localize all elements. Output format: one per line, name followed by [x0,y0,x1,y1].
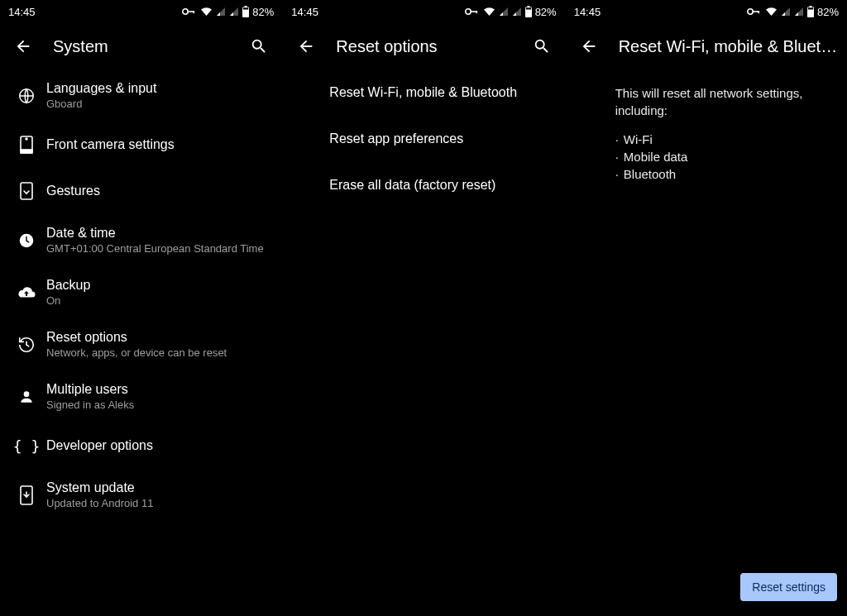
status-icons: 82% [465,6,557,18]
item-developer-options[interactable]: { } Developer options [0,423,282,469]
vpn-key-icon [465,7,480,16]
wifi-icon [200,7,213,17]
svg-rect-25 [808,7,813,9]
signal-2-icon [229,7,239,17]
signal-2-icon [794,7,804,17]
item-subtitle: Network, apps, or device can be reset [46,346,269,359]
search-button[interactable] [525,30,558,63]
svg-rect-2 [194,11,195,13]
battery-icon [242,6,249,17]
clock-icon [7,232,46,250]
reset-bullet-list: Wi-Fi Mobile data Bluetooth [615,131,834,183]
battery-icon [525,6,532,17]
gestures-icon [7,182,46,200]
svg-point-12 [24,391,30,397]
bullet-bluetooth: Bluetooth [615,165,834,183]
item-title: Reset options [46,330,269,345]
cloud-upload-icon [7,285,46,300]
search-icon [533,37,551,55]
status-battery-pct: 82% [817,6,839,18]
search-icon [250,37,268,55]
status-time: 14:45 [8,6,36,18]
app-bar: Reset Wi-Fi, mobile & Blueto… [566,23,847,69]
reset-description: This will reset all network settings, in… [615,84,834,119]
svg-rect-19 [525,7,530,9]
item-reset-network[interactable]: Reset Wi-Fi, mobile & Bluetooth [283,69,564,116]
item-multiple-users[interactable]: Multiple users Signed in as Aleks [0,370,282,423]
item-title: Erase all data (factory reset) [329,178,551,193]
svg-rect-10 [21,183,32,199]
app-bar: System [0,23,282,69]
item-factory-reset[interactable]: Erase all data (factory reset) [283,162,564,208]
item-subtitle: GMT+01:00 Central European Standard Time [46,242,269,255]
arrow-back-icon [580,37,598,55]
status-time: 14:45 [291,6,318,18]
signal-1-icon [216,7,226,17]
signal-2-icon [512,7,522,17]
item-title: Front camera settings [46,137,269,152]
screen-system: 14:45 82% System Languages & input Gboar… [0,0,282,616]
svg-rect-24 [809,6,811,7]
screen-reset-options: 14:45 82% Reset options Reset Wi-Fi, mob… [282,0,564,616]
status-battery-pct: 82% [535,6,557,18]
item-title: Developer options [46,438,269,453]
reset-network-body: This will reset all network settings, in… [566,69,847,196]
item-title: Backup [46,278,269,293]
back-button[interactable] [572,30,605,63]
system-update-icon [7,485,46,505]
page-title: Reset Wi-Fi, mobile & Blueto… [619,37,840,56]
svg-rect-22 [758,11,759,13]
item-front-camera[interactable]: Front camera settings [0,122,282,168]
item-title: Multiple users [46,382,269,397]
globe-icon [7,87,46,105]
arrow-back-icon [14,37,32,55]
svg-rect-5 [243,7,248,9]
svg-point-20 [748,9,753,14]
status-icons: 82% [182,6,274,18]
item-title: System update [46,480,269,495]
signal-1-icon [499,7,509,17]
item-backup[interactable]: Backup On [0,266,282,318]
item-subtitle: Gboard [46,98,269,110]
search-button[interactable] [242,30,275,63]
item-title: Reset app preferences [329,131,551,146]
svg-rect-9 [21,150,32,153]
item-reset-app-prefs[interactable]: Reset app preferences [283,116,564,162]
item-subtitle: Signed in as Aleks [46,399,269,411]
settings-list: Languages & input Gboard Front camera se… [0,69,282,616]
front-camera-icon [7,136,46,154]
reset-settings-button[interactable]: Reset settings [740,573,837,601]
item-date-time[interactable]: Date & time GMT+01:00 Central European S… [0,214,282,266]
back-button[interactable] [7,30,40,63]
signal-1-icon [781,7,791,17]
status-battery-pct: 82% [252,6,274,18]
item-title: Date & time [46,226,269,241]
item-gestures[interactable]: Gestures [0,168,282,214]
back-button[interactable] [290,30,323,63]
svg-rect-4 [245,6,247,7]
person-icon [7,389,46,405]
status-icons: 82% [747,6,839,18]
item-title: Reset Wi-Fi, mobile & Bluetooth [329,85,551,100]
svg-point-14 [465,9,470,14]
item-title: Gestures [46,184,269,198]
vpn-key-icon [182,7,197,16]
screen-reset-network: 14:45 82% Reset Wi-Fi, mobile & Blueto… … [565,0,847,616]
page-title: Reset options [336,37,511,56]
app-bar: Reset options [283,23,564,69]
bullet-wifi: Wi-Fi [615,131,834,148]
status-bar: 14:45 82% [566,0,847,23]
braces-icon: { } [7,437,46,455]
item-system-update[interactable]: System update Updated to Android 11 [0,469,282,521]
bullet-mobile-data: Mobile data [615,148,834,165]
status-bar: 14:45 82% [283,0,564,23]
restore-icon [7,336,46,354]
svg-point-0 [183,9,188,14]
svg-rect-16 [476,11,477,13]
vpn-key-icon [747,7,762,16]
item-languages-input[interactable]: Languages & input Gboard [0,69,282,122]
arrow-back-icon [297,37,315,55]
item-reset-options[interactable]: Reset options Network, apps, or device c… [0,318,282,370]
svg-rect-18 [527,6,529,7]
reset-options-list: Reset Wi-Fi, mobile & Bluetooth Reset ap… [283,69,564,616]
